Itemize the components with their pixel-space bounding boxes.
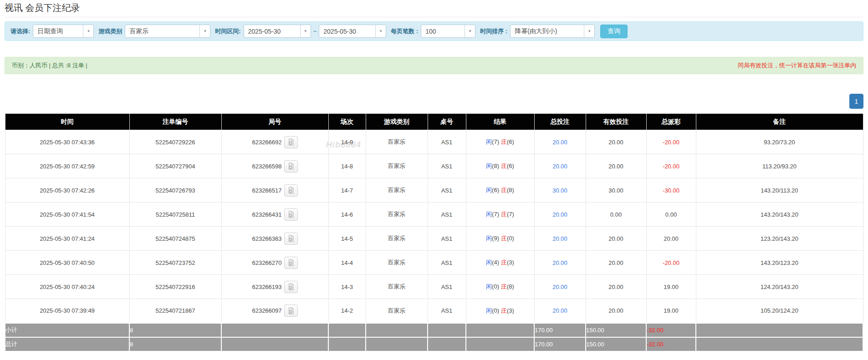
cell-result: 闲(6)庄(8) xyxy=(466,178,534,203)
summary-band: 币别：人民币 | 总共 :8 注单 | 同局有效投注，统一计算在该局第一张注单内 xyxy=(5,57,863,74)
table-body: 2025-05-30 07:43:36 522540729226 6232666… xyxy=(5,130,863,323)
cell-time: 2025-05-30 07:40:50 xyxy=(5,251,129,275)
cell-valid-bet: 0.00 xyxy=(586,203,646,227)
grand-total-row: 总计 8 170.00 150.00 -32.00 xyxy=(5,337,863,351)
result-player-label: 闲 xyxy=(486,259,492,266)
cell-round-no: 623266431 xyxy=(221,203,328,227)
cell-time: 2025-05-30 07:43:36 xyxy=(5,130,129,154)
result-player-value: (7) xyxy=(492,138,499,145)
game-type-select[interactable]: 百家乐 ▼ xyxy=(125,25,210,38)
cell-time: 2025-05-30 07:42:59 xyxy=(5,154,129,178)
cell-session: 14-9 xyxy=(328,130,366,154)
subtotal-label: 小计 xyxy=(5,323,129,337)
date-range-separator: ~ xyxy=(313,28,317,35)
cell-payout: -30.00 xyxy=(646,178,696,203)
video-playback-button[interactable] xyxy=(284,304,298,317)
query-type-select[interactable]: 日期查询 ▼ xyxy=(33,25,94,38)
cell-table-no: AS1 xyxy=(428,251,466,275)
result-banker-value: (8) xyxy=(507,187,514,193)
chevron-down-icon: ▼ xyxy=(375,25,386,37)
cell-total-bet: 20.00 xyxy=(534,130,586,154)
chevron-down-icon: ▼ xyxy=(199,25,210,37)
cell-session: 14-4 xyxy=(328,251,366,275)
time-sort-select[interactable]: 降幂(由大到小) ▼ xyxy=(510,25,595,38)
cell-total-bet: 20.00 xyxy=(534,203,586,227)
filter-label-select: 请选择: xyxy=(10,27,30,35)
result-player-value: (7) xyxy=(492,211,499,218)
header-note: 备注 xyxy=(696,114,863,130)
cell-valid-bet: 20.00 xyxy=(586,251,646,275)
round-no-text: 623266193 xyxy=(252,284,281,290)
video-playback-button[interactable] xyxy=(284,233,298,245)
cell-note: 113.20/93.20 xyxy=(696,154,863,178)
cell-valid-bet: 20.00 xyxy=(586,227,646,251)
cell-session: 14-6 xyxy=(328,203,366,227)
cell-bet-no: 522540721867 xyxy=(129,299,221,323)
result-player-label: 闲 xyxy=(486,138,492,145)
result-player-value: (0) xyxy=(492,307,499,314)
table-header-row: 时间 注单编号 局号 场次 游戏类别 桌号 结果 总投注 有效投注 总派彩 备注 xyxy=(5,114,863,130)
currency-total-text: 币别：人民币 | 总共 :8 注单 | xyxy=(12,61,87,70)
cell-note: 143.20/143.20 xyxy=(696,203,863,227)
date-to-select[interactable]: 2025-05-30 ▼ xyxy=(319,25,386,38)
table-row: 2025-05-30 07:41:54 522540725811 6232664… xyxy=(5,203,863,227)
table-row: 2025-05-30 07:40:50 522540723752 6232662… xyxy=(5,251,863,275)
cell-total-bet: 20.00 xyxy=(534,275,586,299)
pagination-page-1-button[interactable]: 1 xyxy=(849,94,863,109)
header-total-bet: 总投注 xyxy=(534,114,586,130)
video-file-icon xyxy=(287,138,295,146)
filter-label-game-type: 游戏类别 xyxy=(98,27,122,35)
result-banker-label: 庄 xyxy=(501,211,507,218)
result-player-value: (9) xyxy=(492,235,499,242)
cell-time: 2025-05-30 07:40:24 xyxy=(5,275,129,299)
table-row: 2025-05-30 07:42:26 522540726793 6232665… xyxy=(5,178,863,203)
cell-valid-bet: 30.00 xyxy=(586,178,646,203)
video-playback-button[interactable] xyxy=(284,208,298,221)
video-playback-button[interactable] xyxy=(284,184,298,197)
round-no-text: 623266097 xyxy=(252,307,281,314)
chevron-down-icon: ▼ xyxy=(83,25,93,37)
video-file-icon xyxy=(287,283,295,290)
header-valid-bet: 有效投注 xyxy=(586,114,646,130)
cell-note: 123.20/143.20 xyxy=(696,227,863,251)
query-button[interactable]: 查询 xyxy=(600,25,628,38)
cell-game-type: 百家乐 xyxy=(366,251,428,275)
cell-game-type: 百家乐 xyxy=(366,203,428,227)
cell-round-no: 623266193 xyxy=(221,275,328,299)
header-session: 场次 xyxy=(328,114,366,130)
grand-total-payout: -32.00 xyxy=(646,337,696,351)
cell-round-no: 623266097 xyxy=(221,299,328,323)
result-player-value: (0) xyxy=(492,283,499,290)
header-result: 结果 xyxy=(466,114,534,130)
video-playback-button[interactable] xyxy=(284,136,298,148)
cell-game-type: 百家乐 xyxy=(366,178,428,203)
video-playback-button[interactable] xyxy=(284,257,298,269)
video-file-icon xyxy=(287,307,295,314)
subtotal-payout: -32.00 xyxy=(646,323,696,337)
filter-bar: 请选择: 日期查询 ▼ 游戏类别 百家乐 ▼ 时间区间: 2025-05-30 … xyxy=(5,21,863,41)
cell-round-no: 623266363 xyxy=(221,227,328,251)
subtotal-count: 8 xyxy=(129,323,221,337)
cell-session: 14-5 xyxy=(328,227,366,251)
chevron-down-icon: ▼ xyxy=(465,25,475,37)
cell-payout: 0.00 xyxy=(646,203,696,227)
result-banker-value: (6) xyxy=(507,138,514,145)
result-banker-value: (3) xyxy=(507,259,514,266)
video-playback-button[interactable] xyxy=(284,160,298,172)
result-player-label: 闲 xyxy=(486,283,492,290)
filter-label-time-range: 时间区间: xyxy=(215,27,240,35)
round-no-text: 623266598 xyxy=(252,163,281,170)
date-from-select[interactable]: 2025-05-30 ▼ xyxy=(244,25,311,38)
page-size-select[interactable]: 100 ▼ xyxy=(421,25,475,38)
cell-valid-bet: 20.00 xyxy=(586,275,646,299)
header-game-type: 游戏类别 xyxy=(366,114,428,130)
cell-valid-bet: 20.00 xyxy=(586,130,646,154)
game-type-value: 百家乐 xyxy=(125,25,199,37)
cell-game-type: 百家乐 xyxy=(366,154,428,178)
cell-total-bet: 20.00 xyxy=(534,299,586,323)
cell-payout: 20.00 xyxy=(646,227,696,251)
grand-total-count: 8 xyxy=(129,337,221,351)
cell-payout: 19.00 xyxy=(646,275,696,299)
video-playback-button[interactable] xyxy=(284,281,298,293)
video-file-icon xyxy=(287,187,295,194)
